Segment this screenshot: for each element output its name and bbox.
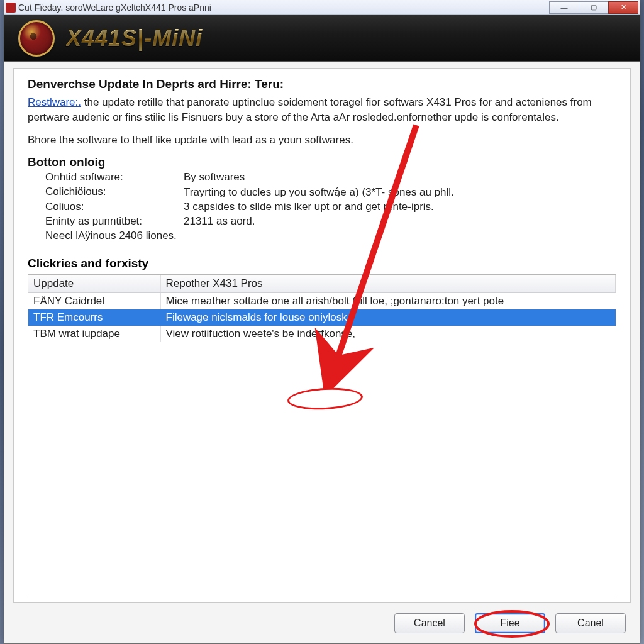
detail-row: Eninty as punntitbet:21311 as aord. xyxy=(45,215,616,228)
titlebar[interactable]: Cut Fïeday. soroWeLare gXeltchX441 Pros … xyxy=(4,0,640,15)
list-title: Clickries and forxisty xyxy=(28,257,616,270)
intro-heading: Denverchse Update In Deprts ard Hirre: T… xyxy=(28,77,616,91)
details-block: Onhtid software:By softwaresColichiöious… xyxy=(28,169,616,244)
minimize-button[interactable]: — xyxy=(549,1,579,14)
update-table[interactable]: Uppdate Repother X431 Pros FÄNY Caidrdel… xyxy=(28,274,616,596)
detail-row: Colichiöious:Trayrting to ducles up you … xyxy=(45,186,616,199)
detail-value xyxy=(184,230,616,242)
product-logo-icon xyxy=(18,20,55,57)
maximize-button[interactable]: ▢ xyxy=(579,1,609,14)
detail-row: Neecl lAÿinous 2406 liones. xyxy=(45,230,616,242)
cell-description: Mice meather sottade one all arish/bolt … xyxy=(160,292,616,309)
cell-update: TFR Emcourrs xyxy=(28,309,160,326)
detail-value: Trayrting to ducles up you softwą́e a) (… xyxy=(184,186,616,199)
restlware-link[interactable]: Restlware:. xyxy=(28,96,81,108)
content-area: Denverchse Update In Deprts ard Hirre: T… xyxy=(13,68,631,603)
product-title: X441S|-MiNi xyxy=(66,25,203,52)
detail-row: Onhtid software:By softwares xyxy=(45,171,616,184)
header-band: X441S|-MiNi xyxy=(4,15,640,62)
section2-title: Botton onloig xyxy=(28,155,616,169)
button-row: Cancel Fiee Canel xyxy=(4,607,640,643)
cell-description: View rotiifuction weete's be inderfkonse… xyxy=(160,326,616,342)
detail-key: Onhtid software: xyxy=(45,171,184,184)
col-header-repother[interactable]: Repother X431 Pros xyxy=(160,275,616,293)
table-row[interactable]: FÄNY CaidrdelMice meather sottade one al… xyxy=(28,292,616,309)
detail-key: Neecl lAÿinous 2406 liones. xyxy=(45,230,184,242)
cancel-button[interactable]: Cancel xyxy=(394,613,465,633)
table-row[interactable]: TFR EmcourrsFilewage niclsmalds for lous… xyxy=(28,309,616,326)
detail-value: 21311 as aord. xyxy=(184,215,616,228)
table-row[interactable]: TBM wrat iupdapeView rotiifuction weete'… xyxy=(28,326,616,342)
detail-row: Coliuos:3 capsides to sllde mis lker upt… xyxy=(45,201,616,213)
cell-update: FÄNY Caidrdel xyxy=(28,292,160,309)
detail-key: Eninty as punntitbet: xyxy=(45,215,184,228)
intro-body: the update retille that panorate uptincl… xyxy=(28,96,592,123)
col-header-update[interactable]: Uppdate xyxy=(28,275,160,293)
detail-key: Colichiöious: xyxy=(45,186,184,199)
cell-description: Filewage niclsmalds for louse oniylosk. xyxy=(160,309,616,326)
canel-button[interactable]: Canel xyxy=(555,613,626,633)
intro-text: Restlware:. the update retille that pano… xyxy=(28,95,616,125)
window-title: Cut Fïeday. soroWeLare gXeltchX441 Pros … xyxy=(18,3,550,13)
app-icon xyxy=(6,3,16,13)
intro-subline: Bhore the software to thelf like update … xyxy=(28,134,616,147)
window-controls: — ▢ ✕ xyxy=(550,1,638,14)
close-button[interactable]: ✕ xyxy=(608,1,638,14)
dialog-window: Cut Fïeday. soroWeLare gXeltchX441 Pros … xyxy=(4,0,640,644)
detail-key: Coliuos: xyxy=(45,201,184,213)
primary-button[interactable]: Fiee xyxy=(475,613,545,633)
detail-value: 3 capsides to sllde mis lker upt or and … xyxy=(184,201,616,213)
detail-value: By softwares xyxy=(184,171,616,184)
cell-update: TBM wrat iupdape xyxy=(28,326,160,342)
